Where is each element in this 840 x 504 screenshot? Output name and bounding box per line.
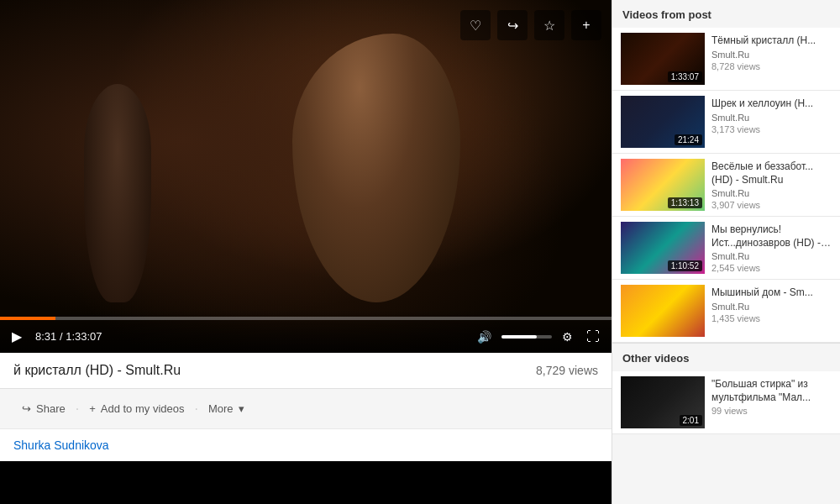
list-video-views: 8,728 views [711, 61, 832, 71]
add-icon: + [89, 402, 96, 415]
list-video-channel: Smult.Ru [711, 113, 832, 123]
creature-figure-right [292, 34, 460, 302]
list-video-title: Шрек и хеллоуин (Н... [711, 97, 832, 111]
video-views: 8,729 views [536, 364, 598, 377]
play-icon: ▶ [12, 328, 22, 344]
list-video-views: 3,907 views [711, 200, 832, 210]
chevron-down-icon: ▾ [239, 402, 244, 415]
video-meta: Тёмный кристалл (Н... Smult.Ru 8,728 vie… [711, 33, 832, 85]
video-background [0, 0, 612, 353]
share-icon: ↪ [507, 18, 518, 34]
video-meta: Мышиный дом - Sm... Smult.Ru 1,435 views [711, 285, 832, 337]
list-video-channel: Smult.Ru [711, 302, 832, 312]
list-video-channel: Smult.Ru [711, 50, 832, 60]
list-item[interactable]: 2:01 "Большая стирка" из мультфильма "Ма… [612, 371, 840, 434]
add-top-button[interactable]: + [571, 10, 601, 40]
list-video-title: Тёмный кристалл (Н... [711, 34, 832, 48]
list-video-title: "Большая стирка" из мультфильма "Мал... [711, 378, 832, 404]
star-icon: ☆ [543, 18, 555, 34]
play-button[interactable]: ▶ [8, 327, 25, 346]
separator-1: · [74, 402, 81, 417]
duration-badge: 1:13:13 [668, 197, 702, 208]
fullscreen-icon: ⛶ [586, 329, 600, 344]
list-video-views: 2,545 views [711, 263, 832, 273]
duration-badge: 21:24 [675, 134, 702, 145]
list-video-views: 3,173 views [711, 124, 832, 134]
progress-fill [0, 317, 55, 320]
list-video-channel: Smult.Ru [711, 188, 832, 198]
list-video-views: 99 views [711, 406, 832, 416]
settings-icon: ⚙ [562, 330, 573, 344]
current-time: 8:31 [35, 330, 56, 343]
video-controls: ▶ 8:31 / 1:33:07 🔊 ⚙ [0, 310, 612, 353]
list-video-views: 1,435 views [711, 313, 832, 323]
video-info-bar: й кристалл (HD) - Smult.Ru 8,729 views [0, 353, 612, 388]
progress-bar[interactable] [0, 317, 612, 320]
video-actions-bar: ↪ Share · + Add to my videos · More ▾ [0, 388, 612, 428]
list-item[interactable]: 1:33:07 Тёмный кристалл (Н... Smult.Ru 8… [612, 28, 840, 91]
duration-badge: 2:01 [680, 415, 702, 426]
thumbnail: 1:10:52 [621, 222, 705, 274]
favorite-button[interactable]: ☆ [534, 10, 564, 40]
share-button[interactable]: ↪ Share [13, 397, 74, 420]
duration-badge: 1:10:52 [668, 260, 702, 271]
list-video-title: Весёлые и беззабот...(HD) - Smult.Ru [711, 160, 832, 186]
thumbnail: 1:13:13 [621, 159, 705, 211]
video-meta: Шрек и хеллоуин (Н... Smult.Ru 3,173 vie… [711, 96, 832, 148]
add-to-videos-button[interactable]: + Add to my videos [81, 397, 192, 420]
total-time: 1:33:07 [66, 330, 102, 343]
thumb-image [621, 285, 705, 337]
controls-right: 🔊 ⚙ ⛶ [474, 328, 603, 346]
character-figure-left [84, 84, 151, 302]
list-video-title: Мы вернулись! Ист...динозавров (HD) - S.… [711, 223, 832, 249]
list-video-title: Мышиный дом - Sm... [711, 286, 832, 300]
controls-row: ▶ 8:31 / 1:33:07 🔊 ⚙ [0, 327, 612, 353]
uploader-bar: Shurka Sudnikova [0, 428, 612, 461]
time-display: 8:31 / 1:33:07 [35, 330, 102, 343]
from-post-title: Videos from post [612, 0, 840, 28]
sidebar: Videos from post 1:33:07 Тёмный кристалл… [612, 0, 840, 504]
uploader-link[interactable]: Shurka Sudnikova [13, 438, 109, 452]
share-action-icon: ↪ [22, 402, 31, 415]
thumbnail: 21:24 [621, 96, 705, 148]
fullscreen-button[interactable]: ⛶ [583, 328, 603, 346]
share-top-button[interactable]: ↪ [497, 10, 528, 40]
more-button[interactable]: More ▾ [200, 397, 253, 420]
other-videos-title: Other videos [612, 343, 840, 371]
share-label: Share [36, 402, 66, 415]
video-player-section: ♡ ↪ ☆ + ▶ 8:31 / [0, 0, 612, 504]
more-label: More [208, 402, 234, 415]
other-videos-list: 2:01 "Большая стирка" из мультфильма "Ма… [612, 371, 840, 434]
list-item[interactable]: 21:24 Шрек и хеллоуин (Н... Smult.Ru 3,1… [612, 91, 840, 154]
heart-icon: ♡ [470, 18, 481, 34]
volume-fill [501, 335, 537, 339]
video-meta: Весёлые и беззабот...(HD) - Smult.Ru Smu… [711, 159, 832, 211]
volume-button[interactable]: 🔊 [474, 328, 495, 345]
duration-badge: 1:33:07 [668, 71, 702, 82]
volume-slider[interactable] [501, 335, 552, 339]
separator-2: · [192, 402, 199, 417]
video-meta: Мы вернулись! Ист...динозавров (HD) - S.… [711, 222, 832, 274]
list-item[interactable]: Мышиный дом - Sm... Smult.Ru 1,435 views [612, 280, 840, 343]
add-label: Add to my videos [101, 402, 185, 415]
volume-icon: 🔊 [477, 330, 491, 344]
list-item[interactable]: 1:10:52 Мы вернулись! Ист...динозавров (… [612, 217, 840, 280]
thumbnail: 2:01 [621, 376, 705, 428]
video-top-icons: ♡ ↪ ☆ + [460, 10, 601, 40]
thumbnail: 1:33:07 [621, 33, 705, 85]
settings-button[interactable]: ⚙ [559, 328, 576, 345]
video-container[interactable]: ♡ ↪ ☆ + ▶ 8:31 / [0, 0, 612, 353]
like-button[interactable]: ♡ [460, 10, 491, 40]
from-post-list: 1:33:07 Тёмный кристалл (Н... Smult.Ru 8… [612, 28, 840, 343]
plus-icon: + [582, 18, 590, 33]
video-meta: "Большая стирка" из мультфильма "Мал... … [711, 376, 832, 428]
list-video-channel: Smult.Ru [711, 251, 832, 261]
video-title: й кристалл (HD) - Smult.Ru [13, 363, 181, 378]
list-item[interactable]: 1:13:13 Весёлые и беззабот...(HD) - Smul… [612, 154, 840, 217]
thumbnail [621, 285, 705, 337]
